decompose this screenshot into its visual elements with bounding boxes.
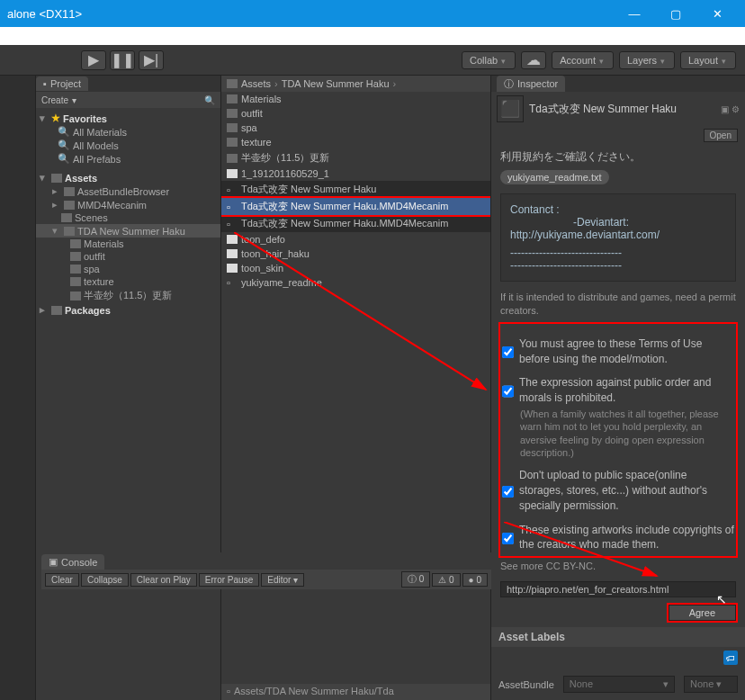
agree-checkbox-1[interactable] [502, 338, 514, 367]
folder-texture[interactable]: texture [36, 275, 220, 288]
assetbundle-variant[interactable]: None ▾ [684, 676, 738, 693]
console-panel: ▣ Console Clear Collapse Clear on Play E… [41, 552, 491, 589]
assetbundle-label: AssetBundle [498, 679, 554, 690]
list-item-selected[interactable]: ▫Tda式改变 New Summer Haku.MMD4Mecanim [221, 198, 490, 215]
cursor-icon: ↖ [716, 592, 727, 606]
agree-text-2: The expression against public order and … [519, 375, 734, 406]
folder-assetbundlebrowser[interactable]: ▸AssetBundleBrowser [36, 184, 220, 198]
list-item[interactable]: ▫Tda式改变 New Summer Haku [221, 181, 490, 198]
close-button[interactable]: ✕ [696, 0, 738, 27]
folder-mmd4mecanim[interactable]: ▸MMD4Mecanim [36, 198, 220, 211]
project-tab[interactable]: ▪ Project [36, 76, 88, 91]
list-item[interactable]: texture [221, 135, 490, 149]
fav-all-prefabs[interactable]: 🔍All Prefabs [36, 152, 220, 166]
folder-outfit[interactable]: outfit [36, 250, 220, 263]
agree-text-1: You must agree to these Terms of Use bef… [519, 337, 734, 367]
maximize-button[interactable]: ▢ [655, 0, 696, 27]
editor-dropdown[interactable]: Editor ▾ [261, 573, 304, 587]
folder-materials[interactable]: Materials [36, 238, 220, 250]
collab-dropdown[interactable]: Collab [462, 51, 516, 69]
file-list[interactable]: Materials outfit spa texture 半壶纱（11.5）更新… [221, 92, 490, 684]
agree-text-4: These existing artworks include copyrigh… [519, 523, 734, 553]
cloud-icon[interactable]: ☁ [521, 51, 546, 69]
cc-text: See more CC BY-NC. [500, 560, 736, 573]
agree-checkbox-2[interactable] [502, 377, 514, 406]
folder-icon [51, 174, 62, 183]
clear-button[interactable]: Clear [45, 573, 79, 587]
layout-dropdown[interactable]: Layout [680, 51, 736, 69]
list-item[interactable]: toon_hair_haku [221, 247, 490, 261]
readme-pill[interactable]: yukiyame_readme.txt [500, 170, 609, 184]
minimize-button[interactable]: — [614, 0, 655, 27]
inspector-tab[interactable]: ⓘ Inspector [497, 76, 565, 93]
account-dropdown[interactable]: Account [552, 51, 614, 69]
create-menu[interactable]: Create [41, 95, 68, 105]
list-item[interactable]: toon_skin [221, 261, 490, 275]
error-count[interactable]: ● 0 [462, 573, 488, 587]
open-button[interactable]: Open [704, 129, 738, 142]
asset-title: Tda式改变 New Summer Haku [529, 102, 715, 117]
info-count[interactable]: ⓘ 0 [401, 571, 430, 588]
list-item[interactable]: 半壶纱（11.5）更新 [221, 149, 490, 166]
list-item[interactable]: 1_191201160529_1 [221, 166, 490, 181]
fav-all-materials[interactable]: 🔍All Materials [36, 125, 220, 139]
window-title: alone <DX11> [7, 7, 82, 21]
list-item[interactable]: Materials [221, 92, 490, 106]
agree-checkbox-3[interactable] [502, 470, 514, 513]
list-item[interactable]: outfit [221, 106, 490, 121]
terms-link[interactable]: http://piapro.net/en_for_creators.html [500, 581, 736, 597]
folder-scenes[interactable]: Scenes [36, 211, 220, 224]
search-icon[interactable]: 🔍 [204, 95, 215, 105]
console-tab[interactable]: ▣ Console [41, 554, 104, 570]
play-button[interactable]: ▶ [81, 50, 106, 70]
assetbundle-select[interactable]: None ▾ [563, 676, 675, 693]
list-item[interactable]: toon_defo [221, 232, 490, 247]
pause-button[interactable]: ❚❚ [110, 50, 135, 70]
asset-icon: ⬛ [497, 95, 524, 122]
agree-button[interactable]: Agree [669, 605, 736, 621]
asset-labels-header: Asset Labels [491, 627, 745, 647]
step-button[interactable]: ▶| [139, 50, 164, 70]
folder-tda[interactable]: ▾TDA New Summer Haku [36, 224, 220, 238]
collapse-button[interactable]: Collapse [81, 573, 129, 587]
terms-intro: If it is intended to distribute and game… [500, 291, 736, 319]
folder-banhusha[interactable]: 半壶纱（11.5）更新 [36, 288, 220, 303]
folder-spa[interactable]: spa [36, 263, 220, 275]
fav-all-models[interactable]: 🔍All Models [36, 139, 220, 152]
terms-heading: 利用規約をご確認ください。 [500, 149, 736, 165]
warn-count[interactable]: ⚠ 0 [432, 573, 460, 587]
list-item[interactable]: spa [221, 121, 490, 135]
list-item[interactable]: ▫yukiyame_readme [221, 275, 490, 290]
list-item[interactable]: ▫Tda式改变 New Summer Haku.MMD4Mecanim [221, 215, 490, 232]
agree-text-3: Don't upload to public space(online stor… [519, 468, 734, 513]
agree-checkbox-4[interactable] [502, 525, 514, 553]
breadcrumb[interactable]: Assets › TDA New Summer Haku › [221, 76, 490, 92]
contact-box: Contanct : -Deviantart: http://yukiyame.… [500, 193, 736, 282]
tag-icon[interactable]: 🏷 [723, 651, 738, 665]
error-pause-button[interactable]: Error Pause [199, 573, 259, 587]
clear-on-play-button[interactable]: Clear on Play [130, 573, 197, 587]
asset-path: ▫Assets/TDA New Summer Haku/Tda [221, 684, 490, 700]
project-tree[interactable]: ▾★Favorites 🔍All Materials 🔍All Models 🔍… [36, 108, 220, 700]
agree-subtext-2: (When a family watches it all together, … [520, 408, 734, 459]
layers-dropdown[interactable]: Layers [619, 51, 675, 69]
star-icon: ★ [51, 112, 60, 124]
